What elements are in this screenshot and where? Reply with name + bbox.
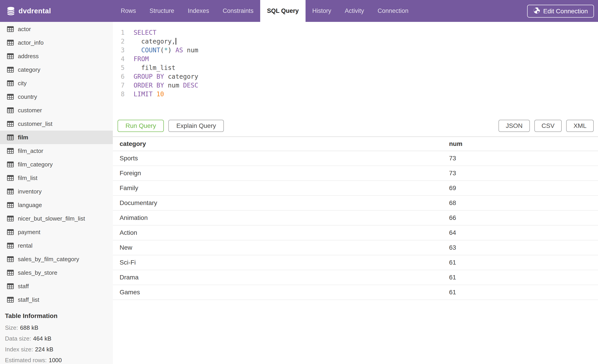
table-name: film_list (18, 175, 37, 182)
code-line: LIMIT 10 (133, 90, 198, 98)
sidebar-item-address[interactable]: address (0, 49, 113, 63)
table-icon (7, 94, 14, 100)
info-label: Data size: (5, 335, 31, 342)
sidebar-item-actor-info[interactable]: actor_info (0, 36, 113, 49)
editor-line-numbers: 12345678 (113, 28, 125, 98)
column-header-category: category (113, 137, 442, 151)
export-csv-button[interactable]: CSV (534, 120, 562, 132)
tab-structure[interactable]: Structure (143, 0, 181, 22)
table-icon (7, 148, 14, 154)
sidebar-item-film[interactable]: film (0, 130, 113, 144)
sidebar-item-film-category[interactable]: film_category (0, 158, 113, 171)
tab-activity[interactable]: Activity (338, 0, 371, 22)
database-icon (7, 7, 15, 16)
sidebar-item-film-actor[interactable]: film_actor (0, 144, 113, 158)
run-query-button[interactable]: Run Query (117, 120, 164, 132)
table-icon (7, 270, 14, 275)
tab-rows[interactable]: Rows (114, 0, 143, 22)
table-information-panel: Table Information Size: 688 kB Data size… (0, 307, 113, 364)
table-icon (7, 80, 14, 86)
tab-indexes[interactable]: Indexes (181, 0, 216, 22)
cell-category: Foreign (113, 166, 442, 181)
export-xml-button[interactable]: XML (566, 120, 594, 132)
explain-query-button[interactable]: Explain Query (168, 120, 224, 132)
result-row: Animation 66 (113, 210, 598, 225)
result-row: New 63 (113, 240, 598, 255)
tab-history[interactable]: History (306, 0, 338, 22)
table-icon (7, 53, 14, 59)
table-icon (7, 67, 14, 73)
sidebar-item-customer-list[interactable]: customer_list (0, 117, 113, 130)
table-icon (7, 188, 14, 194)
export-json-button[interactable]: JSON (498, 120, 530, 132)
table-icon (7, 107, 14, 113)
table-information-title: Table Information (5, 312, 113, 320)
table-name: staff_list (18, 296, 39, 303)
table-name: inventory (18, 188, 42, 195)
cell-category: Family (113, 181, 442, 195)
line-number: 3 (113, 46, 125, 55)
sidebar-item-city[interactable]: city (0, 76, 113, 90)
table-name: language (18, 202, 42, 209)
result-row: Foreign 73 (113, 166, 598, 181)
cell-num: 68 (442, 195, 598, 210)
code-line: SELECT (133, 28, 198, 37)
query-action-bar: Run Query Explain Query JSONCSVXML (117, 120, 594, 132)
table-info-row: Index size: 224 kB (5, 344, 113, 355)
table-list: actor actor_info address (0, 22, 113, 307)
results-table: category num Sports 73 Foreign 73 Family… (113, 137, 598, 300)
table-icon (7, 243, 14, 249)
table-icon (7, 175, 14, 181)
sidebar-item-nicer-but-slower-film-list[interactable]: nicer_but_slower_film_list (0, 212, 113, 225)
line-number: 6 (113, 72, 125, 81)
sidebar-item-category[interactable]: category (0, 63, 113, 76)
table-name: actor_info (18, 39, 43, 46)
table-icon (7, 256, 14, 262)
tab-connection[interactable]: Connection (371, 0, 415, 22)
info-label: Size: (5, 324, 18, 331)
sidebar: actor actor_info address (0, 22, 113, 364)
sidebar-item-sales-by-store[interactable]: sales_by_store (0, 266, 113, 279)
table-info-row: Data size: 464 kB (5, 333, 113, 344)
cell-category: Games (113, 285, 442, 300)
sidebar-item-customer[interactable]: customer (0, 104, 113, 117)
sidebar-item-language[interactable]: language (0, 198, 113, 212)
editor-code: SELECT category, COUNT(*) AS numFROM fil… (125, 28, 198, 98)
cell-num: 73 (442, 151, 598, 166)
sidebar-item-inventory[interactable]: inventory (0, 185, 113, 198)
code-line: ORDER BY num DESC (133, 81, 198, 90)
cell-category: Documentary (113, 195, 442, 210)
sidebar-item-film-list[interactable]: film_list (0, 171, 113, 185)
sidebar-item-actor[interactable]: actor (0, 22, 113, 36)
sidebar-item-sales-by-film-category[interactable]: sales_by_film_category (0, 252, 113, 266)
cell-num: 61 (442, 270, 598, 285)
line-number: 5 (113, 63, 125, 72)
table-name: sales_by_film_category (18, 256, 79, 263)
table-icon (7, 216, 14, 221)
tab-constraints[interactable]: Constraints (216, 0, 260, 22)
main-content: 12345678 SELECT category, COUNT(*) AS nu… (113, 22, 598, 364)
cell-num: 63 (442, 240, 598, 255)
code-line: film_list (133, 63, 198, 72)
info-value: 464 kB (33, 335, 51, 342)
sidebar-item-rental[interactable]: rental (0, 239, 113, 252)
code-line: category, (133, 37, 198, 46)
sidebar-item-payment[interactable]: payment (0, 225, 113, 239)
table-name: film_category (18, 161, 53, 168)
info-value: 688 kB (20, 324, 38, 331)
sidebar-item-staff-list[interactable]: staff_list (0, 293, 113, 307)
table-info-row: Estimated rows: 1000 (5, 355, 113, 364)
table-name: city (18, 80, 27, 87)
result-row: Drama 61 (113, 270, 598, 285)
edit-connection-button[interactable]: Edit Connection (527, 5, 594, 18)
tab-sql-query[interactable]: SQL Query (260, 0, 306, 22)
table-name: customer_list (18, 121, 52, 127)
info-value: 1000 (49, 357, 62, 364)
sidebar-item-staff[interactable]: staff (0, 279, 113, 293)
sql-editor[interactable]: 12345678 SELECT category, COUNT(*) AS nu… (113, 22, 598, 98)
table-name: rental (18, 242, 33, 249)
info-label: Estimated rows: (5, 357, 47, 364)
cell-num: 73 (442, 166, 598, 181)
sidebar-item-country[interactable]: country (0, 90, 113, 104)
cell-category: New (113, 240, 442, 255)
